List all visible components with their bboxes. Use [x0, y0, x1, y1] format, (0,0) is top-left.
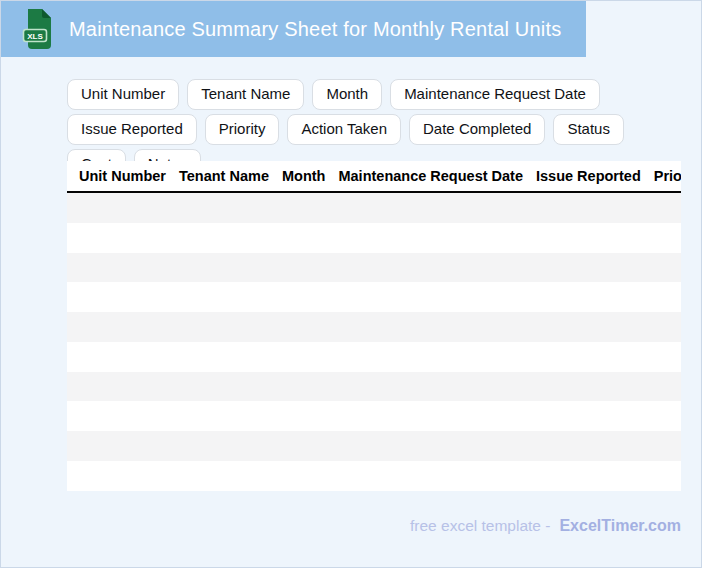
- spreadsheet-preview-table: Unit Number Tenant Name Month Maintenanc…: [67, 161, 681, 491]
- footer-credit: free excel template - ExcelTimer.com: [410, 517, 681, 535]
- table-row: [67, 193, 681, 223]
- chip-date-completed[interactable]: Date Completed: [409, 114, 545, 145]
- column-header-unit-number: Unit Number: [79, 168, 166, 184]
- template-preview-page: XLS Maintenance Summary Sheet for Monthl…: [0, 0, 702, 568]
- column-header-month: Month: [282, 168, 325, 184]
- table-row: [67, 282, 681, 312]
- chip-unit-number[interactable]: Unit Number: [67, 79, 179, 110]
- column-header-issue-reported: Issue Reported: [536, 168, 641, 184]
- table-row: [67, 312, 681, 342]
- table-row: [67, 223, 681, 253]
- chip-priority[interactable]: Priority: [205, 114, 280, 145]
- table-row: [67, 401, 681, 431]
- chip-tenant-name[interactable]: Tenant Name: [187, 79, 304, 110]
- svg-text:XLS: XLS: [27, 32, 43, 41]
- table-row: [67, 461, 681, 491]
- chip-status[interactable]: Status: [553, 114, 624, 145]
- table-body: [67, 193, 681, 491]
- column-header-maintenance-request-date: Maintenance Request Date: [338, 168, 523, 184]
- footer-brand-link[interactable]: ExcelTimer.com: [559, 517, 681, 535]
- table-header-row: Unit Number Tenant Name Month Maintenanc…: [67, 161, 681, 193]
- chip-maintenance-request-date[interactable]: Maintenance Request Date: [390, 79, 600, 110]
- chip-action-taken[interactable]: Action Taken: [287, 114, 401, 145]
- chip-issue-reported[interactable]: Issue Reported: [67, 114, 197, 145]
- column-header-priority: Priority: [654, 168, 681, 184]
- xls-file-icon: XLS: [21, 6, 55, 52]
- page-title: Maintenance Summary Sheet for Monthly Re…: [69, 18, 561, 41]
- table-row: [67, 253, 681, 283]
- table-row: [67, 372, 681, 402]
- table-row: [67, 431, 681, 461]
- column-header-tenant-name: Tenant Name: [179, 168, 269, 184]
- chip-month[interactable]: Month: [312, 79, 382, 110]
- table-row: [67, 342, 681, 372]
- footer-tagline: free excel template -: [410, 517, 550, 535]
- title-bar: XLS Maintenance Summary Sheet for Monthl…: [1, 1, 586, 57]
